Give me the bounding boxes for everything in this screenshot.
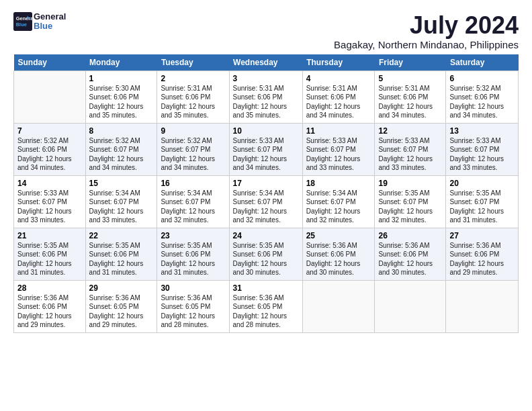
day-info: Sunrise: 5:33 AM Sunset: 6:07 PM Dayligh… — [378, 136, 442, 173]
logo-text: General Blue — [34, 12, 66, 32]
day-info: Sunrise: 5:32 AM Sunset: 6:07 PM Dayligh… — [89, 136, 154, 173]
calendar-cell: 18Sunrise: 5:34 AM Sunset: 6:07 PM Dayli… — [302, 175, 375, 228]
day-number: 31 — [233, 283, 299, 293]
title-block: July 2024 Bagakay, Northern Mindanao, Ph… — [334, 12, 519, 50]
day-number: 23 — [161, 231, 225, 240]
day-number: 9 — [161, 126, 225, 136]
day-number: 18 — [306, 179, 371, 188]
day-number: 7 — [17, 126, 82, 136]
calendar-cell: 13Sunrise: 5:33 AM Sunset: 6:07 PM Dayli… — [446, 123, 519, 175]
calendar-cell: 27Sunrise: 5:36 AM Sunset: 6:06 PM Dayli… — [446, 228, 519, 280]
calendar-header-friday: Friday — [375, 54, 446, 71]
day-info: Sunrise: 5:36 AM Sunset: 6:06 PM Dayligh… — [449, 241, 515, 277]
day-number: 6 — [449, 74, 515, 83]
day-info: Sunrise: 5:31 AM Sunset: 6:06 PM Dayligh… — [161, 84, 225, 120]
calendar-cell: 12Sunrise: 5:33 AM Sunset: 6:07 PM Dayli… — [375, 123, 446, 175]
day-number: 11 — [306, 126, 371, 136]
day-info: Sunrise: 5:32 AM Sunset: 6:06 PM Dayligh… — [449, 84, 515, 120]
calendar-cell: 2Sunrise: 5:31 AM Sunset: 6:06 PM Daylig… — [157, 71, 229, 123]
day-number: 3 — [233, 74, 299, 83]
calendar-cell — [302, 280, 375, 332]
calendar-table: SundayMondayTuesdayWednesdayThursdayFrid… — [13, 54, 519, 333]
day-info: Sunrise: 5:34 AM Sunset: 6:07 PM Dayligh… — [89, 189, 154, 225]
svg-text:Blue: Blue — [16, 22, 27, 28]
logo-line2: Blue — [34, 21, 52, 31]
day-number: 27 — [449, 231, 515, 240]
day-number: 4 — [306, 74, 371, 83]
day-info: Sunrise: 5:36 AM Sunset: 6:06 PM Dayligh… — [378, 241, 442, 277]
calendar-week-row: 21Sunrise: 5:35 AM Sunset: 6:06 PM Dayli… — [14, 228, 519, 280]
day-info: Sunrise: 5:35 AM Sunset: 6:06 PM Dayligh… — [161, 241, 225, 277]
calendar-cell — [446, 280, 519, 332]
day-info: Sunrise: 5:33 AM Sunset: 6:07 PM Dayligh… — [233, 136, 299, 173]
calendar-cell: 28Sunrise: 5:36 AM Sunset: 6:06 PM Dayli… — [14, 280, 86, 332]
calendar-header-thursday: Thursday — [302, 54, 375, 71]
calendar-cell: 5Sunrise: 5:31 AM Sunset: 6:06 PM Daylig… — [375, 71, 446, 123]
day-info: Sunrise: 5:36 AM Sunset: 6:05 PM Dayligh… — [161, 293, 225, 330]
calendar-header-saturday: Saturday — [446, 54, 519, 71]
day-number: 29 — [89, 283, 154, 293]
calendar-cell: 31Sunrise: 5:36 AM Sunset: 6:05 PM Dayli… — [229, 280, 302, 332]
day-info: Sunrise: 5:31 AM Sunset: 6:06 PM Dayligh… — [306, 84, 371, 120]
day-info: Sunrise: 5:36 AM Sunset: 6:06 PM Dayligh… — [17, 293, 82, 330]
day-info: Sunrise: 5:35 AM Sunset: 6:06 PM Dayligh… — [17, 241, 82, 277]
day-number: 24 — [233, 231, 299, 240]
day-number: 26 — [378, 231, 442, 240]
calendar-header-wednesday: Wednesday — [229, 54, 302, 71]
calendar-cell: 11Sunrise: 5:33 AM Sunset: 6:07 PM Dayli… — [302, 123, 375, 175]
calendar-cell: 6Sunrise: 5:32 AM Sunset: 6:06 PM Daylig… — [446, 71, 519, 123]
day-info: Sunrise: 5:30 AM Sunset: 6:06 PM Dayligh… — [89, 84, 154, 120]
day-number: 10 — [233, 126, 299, 136]
calendar-cell: 23Sunrise: 5:35 AM Sunset: 6:06 PM Dayli… — [157, 228, 229, 280]
calendar-header-sunday: Sunday — [14, 54, 86, 71]
calendar-cell: 25Sunrise: 5:36 AM Sunset: 6:06 PM Dayli… — [302, 228, 375, 280]
calendar-cell: 3Sunrise: 5:31 AM Sunset: 6:06 PM Daylig… — [229, 71, 302, 123]
day-number: 16 — [161, 179, 225, 188]
calendar-cell: 26Sunrise: 5:36 AM Sunset: 6:06 PM Dayli… — [375, 228, 446, 280]
calendar-week-row: 28Sunrise: 5:36 AM Sunset: 6:06 PM Dayli… — [14, 280, 519, 332]
calendar-header-row: SundayMondayTuesdayWednesdayThursdayFrid… — [14, 54, 519, 71]
calendar-header-monday: Monday — [85, 54, 157, 71]
day-number: 14 — [17, 179, 82, 188]
day-info: Sunrise: 5:33 AM Sunset: 6:07 PM Dayligh… — [306, 136, 371, 173]
calendar-cell: 7Sunrise: 5:32 AM Sunset: 6:06 PM Daylig… — [14, 123, 86, 175]
calendar-cell: 21Sunrise: 5:35 AM Sunset: 6:06 PM Dayli… — [14, 228, 86, 280]
calendar-cell: 4Sunrise: 5:31 AM Sunset: 6:06 PM Daylig… — [302, 71, 375, 123]
day-info: Sunrise: 5:35 AM Sunset: 6:07 PM Dayligh… — [449, 189, 515, 225]
day-number: 17 — [233, 179, 299, 188]
logo-line1: General — [34, 11, 66, 21]
calendar-cell: 24Sunrise: 5:35 AM Sunset: 6:06 PM Dayli… — [229, 228, 302, 280]
month-title: July 2024 — [334, 12, 519, 39]
calendar-cell: 16Sunrise: 5:34 AM Sunset: 6:07 PM Dayli… — [157, 175, 229, 228]
day-number: 28 — [17, 283, 82, 293]
day-info: Sunrise: 5:31 AM Sunset: 6:06 PM Dayligh… — [233, 84, 299, 120]
calendar-cell: 19Sunrise: 5:35 AM Sunset: 6:07 PM Dayli… — [375, 175, 446, 228]
day-number: 13 — [449, 126, 515, 136]
day-number: 25 — [306, 231, 371, 240]
calendar-cell: 14Sunrise: 5:33 AM Sunset: 6:07 PM Dayli… — [14, 175, 86, 228]
calendar-cell: 29Sunrise: 5:36 AM Sunset: 6:05 PM Dayli… — [85, 280, 157, 332]
calendar-week-row: 14Sunrise: 5:33 AM Sunset: 6:07 PM Dayli… — [14, 175, 519, 228]
day-info: Sunrise: 5:34 AM Sunset: 6:07 PM Dayligh… — [306, 189, 371, 225]
calendar-cell: 1Sunrise: 5:30 AM Sunset: 6:06 PM Daylig… — [85, 71, 157, 123]
day-number: 12 — [378, 126, 442, 136]
calendar-cell: 9Sunrise: 5:32 AM Sunset: 6:07 PM Daylig… — [157, 123, 229, 175]
day-number: 22 — [89, 231, 154, 240]
day-info: Sunrise: 5:34 AM Sunset: 6:07 PM Dayligh… — [233, 189, 299, 225]
calendar-cell: 10Sunrise: 5:33 AM Sunset: 6:07 PM Dayli… — [229, 123, 302, 175]
day-number: 30 — [161, 283, 225, 293]
calendar-body: 1Sunrise: 5:30 AM Sunset: 6:06 PM Daylig… — [14, 71, 519, 332]
calendar-cell: 15Sunrise: 5:34 AM Sunset: 6:07 PM Dayli… — [85, 175, 157, 228]
calendar-week-row: 7Sunrise: 5:32 AM Sunset: 6:06 PM Daylig… — [14, 123, 519, 175]
calendar-header-tuesday: Tuesday — [157, 54, 229, 71]
header: General Blue General Blue July 2024 Baga… — [13, 12, 519, 50]
calendar-cell — [14, 71, 86, 123]
day-info: Sunrise: 5:36 AM Sunset: 6:05 PM Dayligh… — [89, 293, 154, 330]
calendar-cell: 20Sunrise: 5:35 AM Sunset: 6:07 PM Dayli… — [446, 175, 519, 228]
calendar-cell: 17Sunrise: 5:34 AM Sunset: 6:07 PM Dayli… — [229, 175, 302, 228]
day-number: 15 — [89, 179, 154, 188]
day-info: Sunrise: 5:32 AM Sunset: 6:06 PM Dayligh… — [17, 136, 82, 173]
location-title: Bagakay, Northern Mindanao, Philippines — [334, 39, 519, 50]
logo-icon: General Blue — [13, 12, 32, 31]
day-info: Sunrise: 5:35 AM Sunset: 6:07 PM Dayligh… — [378, 189, 442, 225]
